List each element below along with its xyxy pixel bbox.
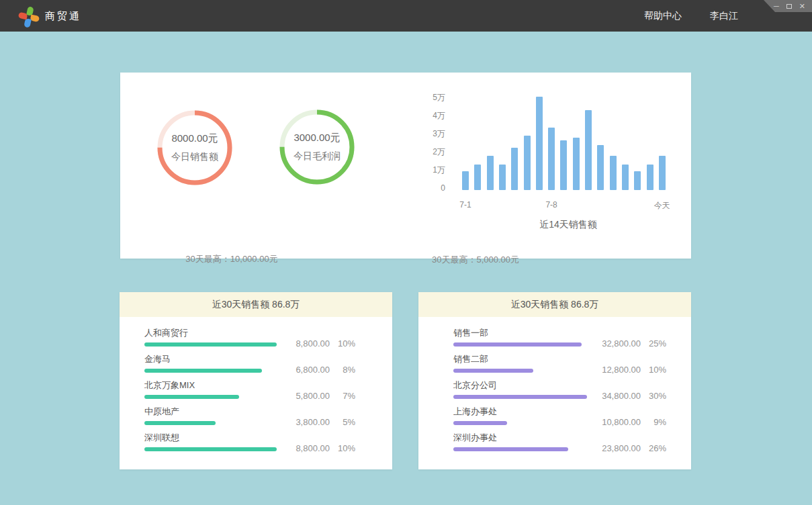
rank-row-percent: 10% [641,365,666,375]
y-tick-label: 5万 [421,93,445,102]
list-item: 销售一部32,800.0025% [453,328,666,347]
rank-row-bar [144,447,277,451]
chart-bar [634,171,641,190]
x-tick-label: 今天 [642,200,682,212]
profit-30day-max: 30天最高：5,000.00元 [395,254,556,266]
rank-row-label: 中原地产 [144,406,355,416]
y-tick-label: 2万 [421,147,445,156]
list-item: 深圳办事处23,800.0026% [453,432,666,451]
help-center-link[interactable]: 帮助中心 [644,10,682,22]
app-title: 商贸通 [45,0,81,32]
rank-row-amount: 23,800.00 [591,443,641,453]
maximize-icon[interactable] [786,3,792,9]
rank-row-value: 32,800.0025% [591,338,666,349]
rank-row-value: 34,800.0030% [591,391,666,401]
rank-row-value: 12,800.0010% [591,365,666,375]
y-tick-label: 4万 [421,111,445,120]
logo-petal-orange [30,15,40,23]
list-item: 上海办事处10,800.009% [453,406,666,425]
list-item: 北京分公司34,800.0030% [453,380,666,399]
chart-bar [462,171,469,190]
chart-bar [597,145,604,191]
today-sales-donut: 8000.00元 今日销售额 30天最高：10,000.00元 [156,109,234,187]
chart-bar [585,110,592,190]
logo-petal-blue [24,18,32,28]
rank-row-percent: 26% [641,443,666,453]
rank-row-value: 8,800.0010% [280,443,355,453]
chart-bar [524,136,531,190]
chart-bar [610,156,617,190]
y-tick-label: 0 [421,183,445,193]
chart-bar [499,165,506,190]
rank-row-bar [453,395,587,399]
rank-row-label: 人和商贸行 [144,328,355,338]
rank-row-label: 销售二部 [453,354,666,364]
top-nav: 帮助中心 李白江 [644,0,738,32]
today-profit-donut: 3000.00元 今日毛利润 30天最高：5,000.00元 [278,108,356,186]
donut-center-text: 3000.00元 今日毛利润 [278,108,356,186]
list-item: 中原地产3,800.005% [144,406,355,425]
chart-bar [536,97,543,190]
rank-row-percent: 5% [330,417,355,427]
list-item: 销售二部12,800.0010% [453,354,666,373]
list-item: 金海马6,800.008% [144,354,355,373]
customer-ranking-card: 近30天销售额 86.8万 人和商贸行8,800.0010%金海马6,800.0… [120,292,392,469]
bar-chart-title: 近14天销售额 [501,219,635,231]
rank-row-amount: 10,800.00 [591,417,641,427]
window-controls: ─ ✕ [764,0,812,12]
today-sales-label: 今日销售额 [171,151,218,163]
rank-row-bar [144,421,216,425]
rank-row-value: 23,800.0026% [591,443,666,453]
close-icon[interactable]: ✕ [799,3,805,9]
app-logo-pinwheel-icon [18,4,40,26]
x-tick-label: 7-8 [531,200,572,210]
rank-row-label: 北京分公司 [453,380,666,390]
overview-card: 8000.00元 今日销售额 30天最高：10,000.00元 3000.00元… [120,73,691,259]
rank-row-bar [144,369,262,373]
y-tick-label: 1万 [421,165,445,175]
minimize-icon[interactable]: ─ [774,3,779,9]
today-profit-label: 今日毛利润 [294,150,341,163]
rank-row-percent: 9% [641,417,666,427]
rank-row-bar [144,395,239,399]
rank-row-percent: 7% [330,391,355,401]
rank-row-amount: 34,800.00 [591,391,641,401]
rank-row-bar [453,447,568,451]
chart-bar [573,138,580,190]
customer-ranking-header: 近30天销售额 86.8万 [120,292,392,317]
rank-row-bar [144,342,277,347]
rank-row-bar [453,342,582,347]
donut-center-text: 8000.00元 今日销售额 [156,109,234,187]
rank-row-percent: 10% [330,338,355,349]
rank-row-value: 8,800.0010% [280,338,355,349]
today-sales-value: 8000.00元 [171,132,218,145]
chart-bar [511,148,518,190]
department-ranking-card: 近30天销售额 86.8万 销售一部32,800.0025%销售二部12,800… [418,292,691,469]
rank-row-bar [453,369,533,373]
rank-row-bar [453,421,507,425]
chart-bar [560,140,567,190]
rank-row-label: 深圳办事处 [453,432,666,443]
rank-row-percent: 25% [641,338,666,349]
rank-row-amount: 5,800.00 [280,391,330,401]
rank-row-amount: 8,800.00 [280,443,330,453]
y-tick-label: 3万 [421,129,445,138]
chart-bar [487,156,494,190]
list-item: 北京万象MIX5,800.007% [144,380,355,399]
rank-row-percent: 30% [641,391,666,401]
rank-row-label: 北京万象MIX [144,380,355,390]
list-item: 深圳联想8,800.0010% [144,432,355,451]
chart-bar [647,165,653,190]
rank-row-value: 3,800.005% [280,417,355,427]
rank-row-amount: 12,800.00 [591,365,641,375]
chart-bar [622,165,629,190]
rank-row-value: 5,800.007% [280,391,355,401]
rank-card-body: 人和商贸行8,800.0010%金海马6,800.008%北京万象MIX5,80… [120,317,392,451]
rank-row-percent: 10% [330,443,355,453]
titlebar: 商贸通 帮助中心 李白江 ─ ✕ [0,0,812,32]
department-ranking-header: 近30天销售额 86.8万 [418,292,691,317]
rank-row-amount: 3,800.00 [280,417,330,427]
rank-row-amount: 6,800.00 [280,365,330,375]
user-menu[interactable]: 李白江 [710,10,738,22]
rank-row-amount: 32,800.00 [591,338,641,349]
